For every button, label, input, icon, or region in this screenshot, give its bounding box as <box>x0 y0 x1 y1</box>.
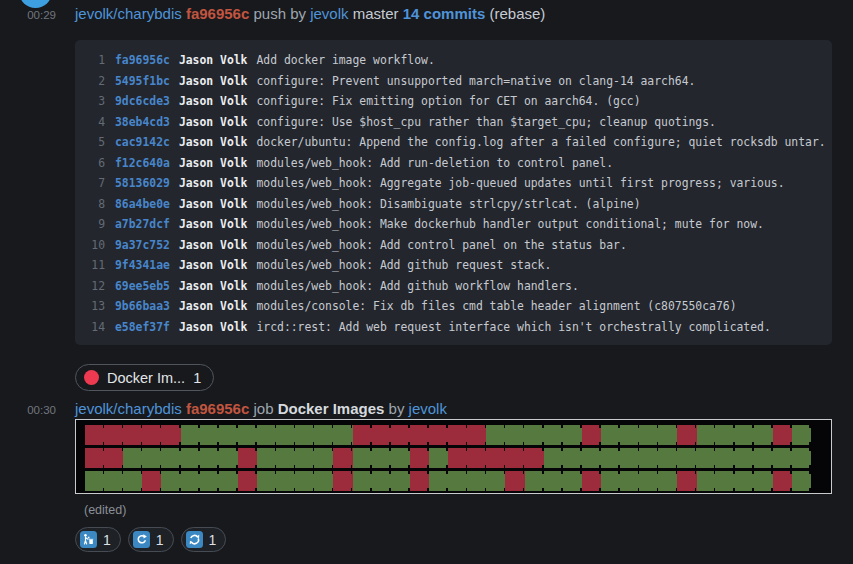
job-status-cell[interactable] <box>563 471 582 491</box>
job-status-cell[interactable] <box>181 425 200 445</box>
job-status-cell[interactable] <box>467 425 486 445</box>
job-status-cell[interactable] <box>353 425 372 445</box>
commit-hash-link[interactable]: 9f4341ae <box>115 255 170 276</box>
job-status-cell[interactable] <box>525 425 544 445</box>
job-status-cell[interactable] <box>142 425 161 445</box>
commit-hash-link[interactable]: 86a4be0e <box>115 194 170 215</box>
reaction-return-arrow[interactable]: 1 <box>128 527 174 552</box>
job-status-cell[interactable] <box>735 425 754 445</box>
thread-button[interactable]: Docker Im... 1 <box>75 364 214 391</box>
job-status-cell[interactable] <box>582 471 601 491</box>
job-status-cell[interactable] <box>792 471 811 491</box>
job-status-cell[interactable] <box>716 471 735 491</box>
repo-link[interactable]: jevolk/charybdis <box>75 5 182 22</box>
job-status-cell[interactable] <box>410 425 429 445</box>
commit-hash-link[interactable]: a7b27dcf <box>115 214 170 235</box>
job-status-cell[interactable] <box>716 425 735 445</box>
job-status-cell[interactable] <box>525 448 544 468</box>
job-status-cell[interactable] <box>429 448 448 468</box>
job-status-cell[interactable] <box>429 471 448 491</box>
job-status-cell[interactable] <box>639 425 658 445</box>
job-status-cell[interactable] <box>200 448 219 468</box>
job-status-cell[interactable] <box>391 448 410 468</box>
job-status-cell[interactable] <box>601 425 620 445</box>
job-status-cell[interactable] <box>773 471 792 491</box>
job-status-cell[interactable] <box>448 448 467 468</box>
job-status-cell[interactable] <box>314 471 333 491</box>
job-status-cell[interactable] <box>544 448 563 468</box>
job-status-cell[interactable] <box>582 448 601 468</box>
commit-hash-link[interactable]: 38eb4cd3 <box>115 112 170 133</box>
reaction-refresh[interactable]: 1 <box>181 527 227 552</box>
commit-hash-link[interactable]: cac9142c <box>115 132 170 153</box>
job-status-cell[interactable] <box>181 448 200 468</box>
commit-hash-link[interactable]: f12c640a <box>115 153 170 174</box>
job-status-cell[interactable] <box>161 471 180 491</box>
job-status-cell[interactable] <box>85 448 104 468</box>
job-status-cell[interactable] <box>544 425 563 445</box>
job-status-cell[interactable] <box>104 471 123 491</box>
job-status-cell[interactable] <box>257 425 276 445</box>
commit-hash-link[interactable]: 5495f1bc <box>115 71 170 92</box>
job-status-cell[interactable] <box>142 448 161 468</box>
job-status-cell[interactable] <box>238 425 257 445</box>
job-status-cell[interactable] <box>257 448 276 468</box>
job-status-cell[interactable] <box>295 425 314 445</box>
job-status-cell[interactable] <box>563 425 582 445</box>
job-status-cell[interactable] <box>792 448 811 468</box>
commit-hash-link[interactable]: 9dc6cde3 <box>115 91 170 112</box>
job-status-cell[interactable] <box>219 448 238 468</box>
commit-hash-link[interactable]: fa96956c <box>115 50 170 71</box>
avatar[interactable] <box>19 0 52 8</box>
commit-hash-link[interactable]: 69ee5eb5 <box>115 276 170 297</box>
job-status-cell[interactable] <box>391 471 410 491</box>
commit-hash-link[interactable]: 9a37c752 <box>115 235 170 256</box>
job-status-cell[interactable] <box>123 425 142 445</box>
job-status-cell[interactable] <box>639 471 658 491</box>
job-status-cell[interactable] <box>429 425 448 445</box>
job-status-cell[interactable] <box>104 448 123 468</box>
job-status-cell[interactable] <box>505 448 524 468</box>
job-status-cell[interactable] <box>658 448 677 468</box>
user-link[interactable]: jevolk <box>409 400 447 417</box>
job-status-cell[interactable] <box>161 425 180 445</box>
job-status-cell[interactable] <box>677 448 696 468</box>
job-status-cell[interactable] <box>314 448 333 468</box>
job-status-cell[interactable] <box>295 471 314 491</box>
job-status-cell[interactable] <box>716 448 735 468</box>
job-status-cell[interactable] <box>353 471 372 491</box>
job-status-cell[interactable] <box>200 471 219 491</box>
job-status-cell[interactable] <box>754 471 773 491</box>
job-status-cell[interactable] <box>525 471 544 491</box>
commit-hash-link[interactable]: 58136029 <box>115 173 170 194</box>
job-status-cell[interactable] <box>219 425 238 445</box>
job-status-cell[interactable] <box>658 425 677 445</box>
job-status-cell[interactable] <box>677 471 696 491</box>
job-status-cell[interactable] <box>161 448 180 468</box>
job-status-cell[interactable] <box>276 425 295 445</box>
job-status-cell[interactable] <box>276 471 295 491</box>
job-status-cell[interactable] <box>295 448 314 468</box>
job-status-cell[interactable] <box>505 425 524 445</box>
job-status-cell[interactable] <box>372 471 391 491</box>
job-status-cell[interactable] <box>620 425 639 445</box>
job-status-cell[interactable] <box>314 425 333 445</box>
job-status-cell[interactable] <box>754 425 773 445</box>
job-status-cell[interactable] <box>697 425 716 445</box>
job-status-cell[interactable] <box>677 425 696 445</box>
job-status-cell[interactable] <box>601 471 620 491</box>
job-status-cell[interactable] <box>697 471 716 491</box>
job-status-cell[interactable] <box>391 425 410 445</box>
job-status-cell[interactable] <box>467 448 486 468</box>
job-status-cell[interactable] <box>372 448 391 468</box>
job-status-cell[interactable] <box>658 471 677 491</box>
commit-hash-link[interactable]: e58ef37f <box>115 317 170 338</box>
job-status-cell[interactable] <box>85 471 104 491</box>
job-status-cell[interactable] <box>410 471 429 491</box>
job-status-cell[interactable] <box>448 425 467 445</box>
job-status-cell[interactable] <box>773 425 792 445</box>
job-status-cell[interactable] <box>467 471 486 491</box>
job-status-cell[interactable] <box>123 448 142 468</box>
commits-count-link[interactable]: 14 commits <box>403 5 486 22</box>
user-link[interactable]: jevolk <box>310 5 348 22</box>
